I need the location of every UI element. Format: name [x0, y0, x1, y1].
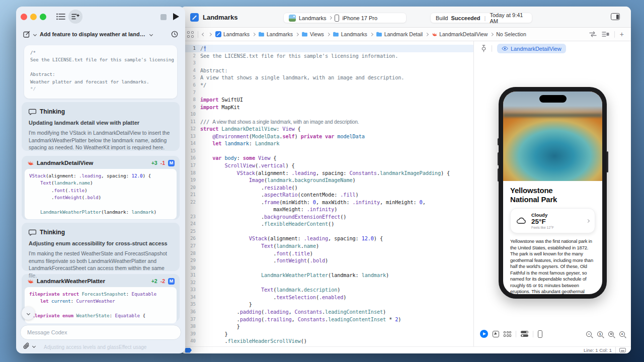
message-input[interactable]: [27, 329, 174, 335]
back-icon[interactable]: [202, 32, 205, 36]
code-line[interactable]: 18 VStack(alignment: .leading, spacing: …: [180, 169, 473, 176]
code-review-icon[interactable]: [589, 31, 597, 37]
chevron-down-icon[interactable]: [33, 32, 37, 36]
code-line[interactable]: 29 .fontWeight(.bold): [180, 257, 473, 264]
code-line[interactable]: 23 .backgroundExtensionEffect(): [180, 213, 473, 221]
code-line[interactable]: 39 }: [180, 330, 473, 337]
breadcrumb-item[interactable]: Views: [301, 31, 324, 37]
breadcrumb-item[interactable]: Landmark Detail: [376, 31, 423, 37]
code-line[interactable]: 15: [180, 147, 473, 155]
code-line[interactable]: 40 .flexibleHeaderScrollView(): [180, 337, 473, 345]
run-button[interactable]: [173, 13, 179, 20]
code-line[interactable]: 33 Text(landmark.description): [180, 286, 473, 294]
live-preview-button[interactable]: [480, 330, 488, 338]
minimize-button[interactable]: [30, 14, 37, 20]
breadcrumb-item[interactable]: LandmarkDetailView: [431, 31, 488, 37]
run-destination[interactable]: iPhone 17 Pro: [342, 15, 377, 21]
zoom-out-icon[interactable]: −: [586, 331, 592, 337]
thought-bubble-icon: [29, 109, 36, 115]
code-line[interactable]: 38 }: [180, 323, 473, 330]
code-line[interactable]: 2See the LICENSE.txt file for this sampl…: [180, 52, 473, 60]
code-snippet-card[interactable]: /*See the LICENSE.txt file for this samp…: [24, 45, 177, 99]
source-editor[interactable]: 1/*2See the LICENSE.txt file for this sa…: [180, 41, 473, 346]
code-line[interactable]: 35 }: [180, 301, 473, 308]
code-line[interactable]: 36 .padding(.leading, Constants.leadingC…: [180, 308, 473, 316]
code-line[interactable]: 11/// A view that shows a single landmar…: [180, 118, 473, 125]
code-line[interactable]: 7: [180, 88, 473, 96]
code-line[interactable]: 30: [180, 264, 473, 272]
code-line[interactable]: 24 .flexibleHeaderContent(): [180, 220, 473, 228]
weather-platter[interactable]: Cloudy 25°F Feels like 12°F: [510, 208, 595, 233]
pin-icon[interactable]: [481, 45, 487, 52]
breadcrumb-item[interactable]: Landmarks: [258, 31, 293, 37]
forward-icon[interactable]: [208, 32, 212, 36]
preview-device-icon[interactable]: [538, 330, 542, 338]
code-line[interactable]: 8import SwiftUI: [180, 96, 473, 104]
chevron-down-icon[interactable]: [32, 344, 36, 348]
editor-options-icon[interactable]: [602, 31, 609, 37]
new-chat-button[interactable]: [68, 10, 83, 24]
device-settings-icon[interactable]: [521, 331, 528, 337]
keyboard-icon[interactable]: [619, 348, 626, 352]
add-editor-icon[interactable]: +: [620, 31, 624, 38]
scheme-selector[interactable]: Landmarks iPhone 17 Pro: [283, 13, 407, 23]
inspector-toggle-icon[interactable]: [611, 13, 620, 20]
code-line[interactable]: 37 .padding(.trailing, Constants.leading…: [180, 315, 473, 323]
zoom-fit-icon[interactable]: [608, 331, 614, 337]
code-line[interactable]: 31 LandmarkWeatherPlatter(landmark: land…: [180, 272, 473, 279]
code-line[interactable]: 20 .resizable(): [180, 184, 473, 191]
zoom-100-icon[interactable]: 1: [597, 331, 603, 337]
iphone-preview[interactable]: Yellowstone National Park Cloudy 25°F Fe…: [499, 87, 607, 299]
code-line[interactable]: 16 var body: some View {: [180, 154, 473, 162]
breadcrumb-item[interactable]: Landmarks: [333, 31, 367, 37]
file-change-card[interactable]: LandmarkWeatherPlatter +2 -2 M filepriva…: [22, 274, 180, 322]
file-change-card[interactable]: LandmarkDetailView +3 -1 M VStack(alignm…: [22, 156, 180, 220]
related-items-icon[interactable]: [187, 31, 194, 38]
history-list-icon[interactable]: [56, 13, 65, 20]
code-line[interactable]: 21 .aspectRatio(contentMode: .fill): [180, 191, 473, 199]
code-line[interactable]: 32: [180, 279, 473, 287]
breadcrumb-item[interactable]: Landmarks: [215, 31, 250, 37]
selectable-mode-icon[interactable]: [493, 331, 499, 337]
stop-button[interactable]: [160, 14, 167, 20]
breadcrumb-item[interactable]: No Selection: [496, 31, 526, 37]
code-line[interactable]: 26 VStack(alignment: .leading, spacing: …: [180, 235, 473, 242]
preview-chip[interactable]: LandmarkDetailView: [497, 44, 566, 53]
diff-code-block[interactable]: VStack(alignment: .leading, spacing: 12.…: [25, 169, 177, 219]
code-line[interactable]: 1/*: [180, 45, 473, 52]
code-line[interactable]: 9import MapKit: [180, 103, 473, 111]
message-composer[interactable]: [20, 325, 181, 340]
code-line[interactable]: 5A view that shows a single landmark, wi…: [180, 74, 473, 81]
zoom-button[interactable]: [40, 14, 46, 20]
code-line[interactable]: 19 Image(landmark.backgroundImageName): [180, 176, 473, 184]
code-line[interactable]: 28 .font(.title): [180, 249, 473, 257]
code-line[interactable]: 12struct LandmarkDetailView: View {: [180, 125, 473, 133]
thread-title[interactable]: Add feature to display weather at landma…: [40, 31, 146, 37]
code-line[interactable]: 3: [180, 59, 473, 67]
code-line[interactable]: 22 .frame(minWidth: 0, maxWidth: .infini…: [180, 198, 473, 206]
diff-code-block[interactable]: fileprivate struct ForecastSnapshot: Equ…: [25, 287, 177, 323]
xcode-window: Landmarks Landmarks iPhone 17 Pro Build …: [180, 7, 631, 353]
close-button[interactable]: [21, 14, 27, 20]
code-line[interactable]: 27 Text(landmark.name): [180, 242, 473, 250]
chevron-right-icon: [586, 219, 590, 223]
scheme-name[interactable]: Landmarks: [299, 15, 326, 21]
code-line[interactable]: 6*/: [180, 81, 473, 89]
code-line[interactable]: maxHeight: .infinity): [180, 206, 473, 213]
chevron-down-icon[interactable]: [149, 32, 153, 36]
code-line[interactable]: 17 ScrollView(.vertical) {: [180, 162, 473, 169]
code-line[interactable]: 25: [180, 228, 473, 235]
compose-icon[interactable]: [23, 31, 30, 38]
code-line[interactable]: 10: [180, 111, 473, 118]
scroll-to-bottom-button[interactable]: [22, 307, 35, 320]
code-line[interactable]: 14 let landmark: Landmark: [180, 140, 473, 147]
zoom-in-icon[interactable]: +: [619, 331, 625, 337]
code-line[interactable]: 13 @Environment(ModelData.self) private …: [180, 133, 473, 140]
paperclip-icon[interactable]: [23, 342, 30, 350]
code-line[interactable]: 4Abstract:: [180, 67, 473, 74]
history-clock-icon[interactable]: [171, 31, 178, 38]
variants-icon[interactable]: [504, 331, 511, 337]
activity-view[interactable]: Build Succeeded | Today at 9:41 AM: [430, 13, 532, 23]
bookmark-icon[interactable]: [185, 348, 192, 353]
code-line[interactable]: 34 .textSelection(.enabled): [180, 294, 473, 301]
